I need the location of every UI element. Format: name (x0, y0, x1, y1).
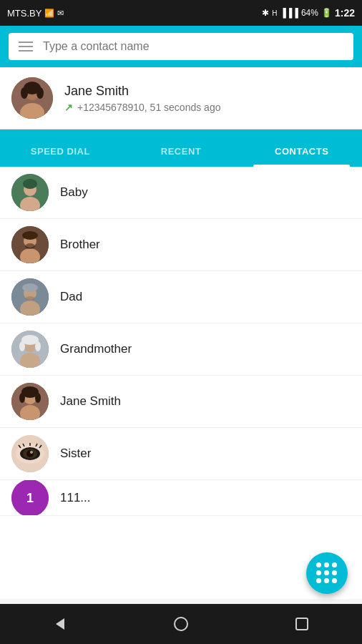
contact-avatar-janesmith (11, 383, 49, 420)
home-icon (172, 615, 190, 633)
bottom-nav (0, 604, 362, 644)
svg-point-15 (25, 243, 35, 249)
list-item[interactable]: Dad (0, 271, 362, 323)
avatar-grandmother-svg (11, 331, 49, 368)
svg-rect-48 (296, 618, 308, 630)
contact-name-sister: Sister (60, 447, 91, 461)
svg-point-47 (175, 618, 187, 630)
notification-icon: ✉ (57, 9, 64, 18)
contact-avatar-brother (11, 226, 49, 263)
list-item[interactable]: Sister (0, 428, 362, 480)
tab-contacts[interactable]: CONTACTS (241, 146, 362, 167)
contact-avatar-num: 1 (11, 480, 49, 516)
back-button[interactable] (46, 610, 74, 638)
search-input[interactable] (43, 40, 343, 53)
dialpad-icon (316, 562, 338, 584)
svg-point-32 (35, 393, 41, 403)
avatar-dad-svg (11, 278, 49, 316)
avatar-brother-svg (11, 226, 49, 263)
search-bar (0, 26, 362, 67)
svg-point-26 (35, 341, 41, 351)
svg-point-37 (26, 450, 34, 457)
recents-button[interactable] (288, 610, 316, 638)
tabs: SPEED DIAL RECENT CONTACTS (0, 130, 362, 167)
contact-name-dad: Dad (60, 290, 82, 304)
list-item[interactable]: 1 111... (0, 480, 362, 516)
svg-point-31 (19, 393, 25, 403)
contact-name-num: 111... (60, 491, 91, 505)
recent-call-avatar (11, 77, 53, 119)
bluetooth-icon: ✱ (262, 8, 269, 18)
svg-point-25 (19, 341, 25, 351)
avatar-baby-svg (11, 174, 49, 211)
svg-point-20 (25, 296, 35, 301)
avatar-sister-svg (11, 435, 49, 472)
svg-point-14 (22, 231, 38, 240)
time-display: 1:22 (335, 7, 355, 19)
contact-name-brother: Brother (60, 238, 100, 252)
battery-percent: 64% (301, 8, 318, 18)
carrier-text: MTS.BY (7, 8, 41, 19)
status-right: ✱ H ▐▐▐ 64% 🔋 1:22 (262, 7, 355, 19)
avatar-janesmith-svg (11, 383, 49, 420)
tab-speed-dial[interactable]: SPEED DIAL (0, 146, 121, 167)
list-item[interactable]: Brother (0, 219, 362, 271)
fab-dialpad-button[interactable] (306, 552, 348, 594)
tab-recent[interactable]: RECENT (121, 146, 242, 167)
search-input-wrapper[interactable] (9, 33, 353, 60)
svg-point-38 (30, 451, 33, 454)
svg-marker-46 (56, 618, 64, 630)
status-left: MTS.BY 📶 ✉ (7, 8, 64, 19)
svg-point-6 (36, 87, 44, 99)
recent-call-phone: +12345678910, 51 seconds ago (77, 102, 220, 113)
recent-call-card[interactable]: Jane Smith ↗ +12345678910, 51 seconds ag… (0, 67, 362, 130)
list-item[interactable]: Baby (0, 167, 362, 219)
svg-point-10 (23, 179, 37, 189)
home-button[interactable] (167, 610, 195, 638)
svg-text:1: 1 (26, 491, 34, 505)
menu-icon[interactable] (19, 42, 33, 52)
battery-icon: 🔋 (321, 8, 332, 18)
status-bar: MTS.BY 📶 ✉ ✱ H ▐▐▐ 64% 🔋 1:22 (0, 0, 362, 26)
contact-avatar-baby (11, 174, 49, 211)
list-item[interactable]: Jane Smith (0, 376, 362, 428)
recent-call-info: Jane Smith ↗ +12345678910, 51 seconds ag… (64, 84, 351, 113)
sim-icon: 📶 (44, 9, 54, 18)
back-icon (52, 615, 69, 633)
avatar-jane-svg (11, 77, 53, 119)
contact-name-baby: Baby (60, 185, 88, 200)
contact-avatar-grandmother (11, 331, 49, 368)
contact-name-janesmith: Jane Smith (60, 394, 121, 409)
recent-call-name: Jane Smith (64, 84, 351, 99)
contacts-list: Baby Brother Dad (0, 167, 362, 599)
recent-call-detail: ↗ +12345678910, 51 seconds ago (64, 102, 351, 113)
contact-avatar-dad (11, 278, 49, 316)
svg-point-19 (22, 283, 38, 292)
avatar-num-svg: 1 (11, 480, 49, 516)
recents-icon (293, 615, 310, 633)
contact-name-grandmother: Grandmother (60, 342, 132, 356)
signal-type: H (272, 9, 277, 17)
contact-avatar-sister (11, 435, 49, 472)
list-item[interactable]: Grandmother (0, 323, 362, 376)
svg-point-5 (21, 87, 28, 99)
outgoing-call-icon: ↗ (64, 102, 73, 113)
signal-bars-icon: ▐▐▐ (280, 8, 298, 18)
